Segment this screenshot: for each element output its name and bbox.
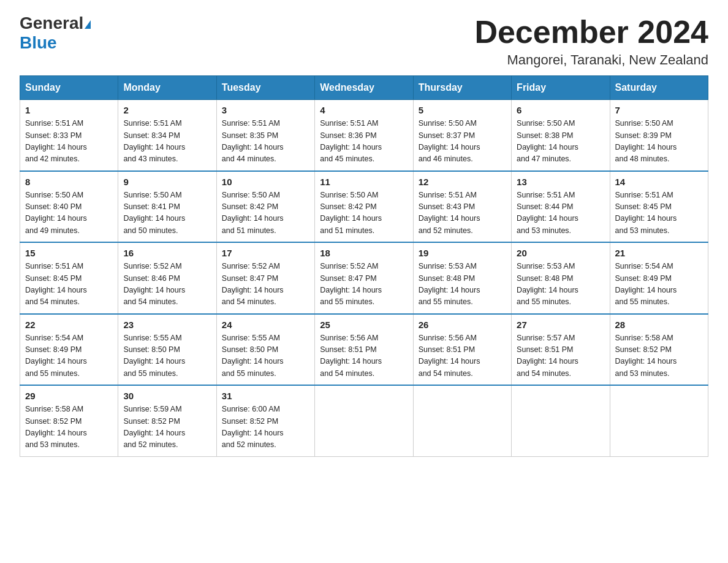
day-number: 12: [419, 177, 506, 187]
day-number: 26: [419, 320, 506, 330]
day-info: Sunrise: 5:50 AMSunset: 8:39 PMDaylight:…: [615, 118, 703, 166]
calendar-cell: 18Sunrise: 5:52 AMSunset: 8:47 PMDayligh…: [315, 242, 413, 314]
logo-text-line1: General: [20, 15, 91, 32]
day-number: 24: [222, 320, 309, 330]
calendar-week-row-5: 29Sunrise: 5:58 AMSunset: 8:52 PMDayligh…: [20, 385, 708, 456]
day-number: 1: [25, 105, 113, 115]
day-info: Sunrise: 5:56 AMSunset: 8:51 PMDaylight:…: [320, 332, 408, 380]
logo-triangle-icon: [85, 20, 91, 29]
calendar-cell: 9Sunrise: 5:50 AMSunset: 8:41 PMDaylight…: [118, 171, 216, 243]
title-block: December 2024 Mangorei, Taranaki, New Ze…: [474, 15, 708, 68]
day-number: 20: [517, 248, 604, 258]
calendar-cell: 27Sunrise: 5:57 AMSunset: 8:51 PMDayligh…: [512, 314, 610, 386]
day-info: Sunrise: 5:56 AMSunset: 8:51 PMDaylight:…: [419, 332, 506, 380]
day-info: Sunrise: 5:55 AMSunset: 8:50 PMDaylight:…: [123, 332, 211, 380]
calendar-cell: 12Sunrise: 5:51 AMSunset: 8:43 PMDayligh…: [413, 171, 511, 243]
calendar-header-row: SundayMondayTuesdayWednesdayThursdayFrid…: [20, 76, 708, 100]
calendar-cell: 2Sunrise: 5:51 AMSunset: 8:34 PMDaylight…: [118, 100, 216, 171]
calendar-cell: 1Sunrise: 5:51 AMSunset: 8:33 PMDaylight…: [20, 100, 118, 171]
day-number: 28: [615, 320, 703, 330]
day-info: Sunrise: 5:57 AMSunset: 8:51 PMDaylight:…: [517, 332, 604, 380]
calendar-cell: 22Sunrise: 5:54 AMSunset: 8:49 PMDayligh…: [20, 314, 118, 386]
logo-text-line2: Blue: [20, 33, 57, 53]
day-number: 14: [615, 177, 703, 187]
calendar-cell: 15Sunrise: 5:51 AMSunset: 8:45 PMDayligh…: [20, 242, 118, 314]
day-number: 19: [419, 248, 506, 258]
day-number: 10: [222, 177, 309, 187]
calendar-cell: 11Sunrise: 5:50 AMSunset: 8:42 PMDayligh…: [315, 171, 413, 243]
calendar-cell: [315, 385, 413, 456]
calendar-header-monday: Monday: [118, 76, 216, 100]
day-info: Sunrise: 5:51 AMSunset: 8:45 PMDaylight:…: [615, 190, 703, 237]
calendar-cell: 24Sunrise: 5:55 AMSunset: 8:50 PMDayligh…: [216, 314, 314, 386]
calendar-cell: 20Sunrise: 5:53 AMSunset: 8:48 PMDayligh…: [512, 242, 610, 314]
day-info: Sunrise: 5:53 AMSunset: 8:48 PMDaylight:…: [419, 261, 506, 308]
day-info: Sunrise: 6:00 AMSunset: 8:52 PMDaylight:…: [222, 404, 309, 451]
calendar-cell: 3Sunrise: 5:51 AMSunset: 8:35 PMDaylight…: [216, 100, 314, 171]
day-info: Sunrise: 5:59 AMSunset: 8:52 PMDaylight:…: [123, 404, 211, 451]
day-info: Sunrise: 5:52 AMSunset: 8:47 PMDaylight:…: [222, 261, 309, 308]
calendar-cell: 10Sunrise: 5:50 AMSunset: 8:42 PMDayligh…: [216, 171, 314, 243]
day-info: Sunrise: 5:51 AMSunset: 8:45 PMDaylight:…: [25, 261, 113, 308]
calendar-week-row-4: 22Sunrise: 5:54 AMSunset: 8:49 PMDayligh…: [20, 314, 708, 386]
location: Mangorei, Taranaki, New Zealand: [474, 52, 708, 68]
calendar-cell: 17Sunrise: 5:52 AMSunset: 8:47 PMDayligh…: [216, 242, 314, 314]
calendar-cell: [413, 385, 511, 456]
day-number: 2: [123, 105, 211, 115]
day-number: 7: [615, 105, 703, 115]
day-info: Sunrise: 5:51 AMSunset: 8:43 PMDaylight:…: [419, 190, 506, 237]
day-info: Sunrise: 5:50 AMSunset: 8:37 PMDaylight:…: [419, 118, 506, 166]
day-info: Sunrise: 5:51 AMSunset: 8:44 PMDaylight:…: [517, 190, 604, 237]
calendar-cell: 5Sunrise: 5:50 AMSunset: 8:37 PMDaylight…: [413, 100, 511, 171]
day-number: 15: [25, 248, 113, 258]
day-info: Sunrise: 5:58 AMSunset: 8:52 PMDaylight:…: [25, 404, 113, 451]
day-info: Sunrise: 5:51 AMSunset: 8:34 PMDaylight:…: [123, 118, 211, 166]
day-info: Sunrise: 5:55 AMSunset: 8:50 PMDaylight:…: [222, 332, 309, 380]
calendar-cell: 26Sunrise: 5:56 AMSunset: 8:51 PMDayligh…: [413, 314, 511, 386]
day-info: Sunrise: 5:51 AMSunset: 8:36 PMDaylight:…: [320, 118, 408, 166]
day-info: Sunrise: 5:52 AMSunset: 8:47 PMDaylight:…: [320, 261, 408, 308]
logo: General Blue: [20, 15, 91, 53]
calendar-week-row-1: 1Sunrise: 5:51 AMSunset: 8:33 PMDaylight…: [20, 100, 708, 171]
day-info: Sunrise: 5:54 AMSunset: 8:49 PMDaylight:…: [25, 332, 113, 380]
day-number: 4: [320, 105, 408, 115]
calendar-table: SundayMondayTuesdayWednesdayThursdayFrid…: [20, 75, 708, 457]
day-info: Sunrise: 5:50 AMSunset: 8:42 PMDaylight:…: [320, 190, 408, 237]
calendar-cell: [512, 385, 610, 456]
day-number: 25: [320, 320, 408, 330]
day-number: 13: [517, 177, 604, 187]
calendar-cell: 6Sunrise: 5:50 AMSunset: 8:38 PMDaylight…: [512, 100, 610, 171]
calendar-header-tuesday: Tuesday: [216, 76, 314, 100]
day-info: Sunrise: 5:53 AMSunset: 8:48 PMDaylight:…: [517, 261, 604, 308]
day-number: 27: [517, 320, 604, 330]
day-number: 9: [123, 177, 211, 187]
day-number: 29: [25, 391, 113, 401]
day-number: 22: [25, 320, 113, 330]
calendar-header-saturday: Saturday: [610, 76, 708, 100]
calendar-cell: 14Sunrise: 5:51 AMSunset: 8:45 PMDayligh…: [610, 171, 708, 243]
day-info: Sunrise: 5:54 AMSunset: 8:49 PMDaylight:…: [615, 261, 703, 308]
day-number: 3: [222, 105, 309, 115]
day-info: Sunrise: 5:52 AMSunset: 8:46 PMDaylight:…: [123, 261, 211, 308]
day-info: Sunrise: 5:58 AMSunset: 8:52 PMDaylight:…: [615, 332, 703, 380]
calendar-header-thursday: Thursday: [413, 76, 511, 100]
day-info: Sunrise: 5:50 AMSunset: 8:42 PMDaylight:…: [222, 190, 309, 237]
day-number: 6: [517, 105, 604, 115]
calendar-cell: 25Sunrise: 5:56 AMSunset: 8:51 PMDayligh…: [315, 314, 413, 386]
day-info: Sunrise: 5:50 AMSunset: 8:41 PMDaylight:…: [123, 190, 211, 237]
calendar-week-row-3: 15Sunrise: 5:51 AMSunset: 8:45 PMDayligh…: [20, 242, 708, 314]
calendar-cell: 30Sunrise: 5:59 AMSunset: 8:52 PMDayligh…: [118, 385, 216, 456]
day-number: 11: [320, 177, 408, 187]
day-number: 8: [25, 177, 113, 187]
calendar-cell: 16Sunrise: 5:52 AMSunset: 8:46 PMDayligh…: [118, 242, 216, 314]
day-number: 16: [123, 248, 211, 258]
calendar-cell: 28Sunrise: 5:58 AMSunset: 8:52 PMDayligh…: [610, 314, 708, 386]
day-number: 17: [222, 248, 309, 258]
calendar-header-wednesday: Wednesday: [315, 76, 413, 100]
calendar-week-row-2: 8Sunrise: 5:50 AMSunset: 8:40 PMDaylight…: [20, 171, 708, 243]
calendar-cell: [610, 385, 708, 456]
calendar-cell: 29Sunrise: 5:58 AMSunset: 8:52 PMDayligh…: [20, 385, 118, 456]
day-number: 18: [320, 248, 408, 258]
calendar-cell: 4Sunrise: 5:51 AMSunset: 8:36 PMDaylight…: [315, 100, 413, 171]
day-number: 5: [419, 105, 506, 115]
